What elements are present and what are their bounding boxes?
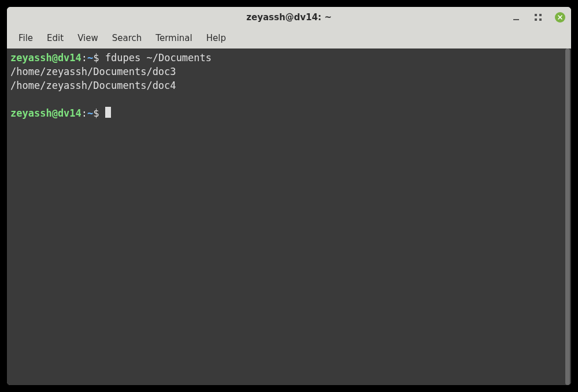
prompt-userhost: zeyassh@dv14 bbox=[10, 107, 81, 119]
minimize-button[interactable] bbox=[511, 12, 521, 23]
terminal-container: zeyassh@dv14:~$ fdupes ~/Documents /home… bbox=[7, 48, 571, 385]
menu-view[interactable]: View bbox=[71, 29, 105, 47]
svg-rect-3 bbox=[535, 18, 537, 21]
window-title: zeyassh@dv14: ~ bbox=[246, 12, 332, 23]
menu-terminal[interactable]: Terminal bbox=[149, 29, 199, 47]
scrollbar[interactable] bbox=[564, 48, 571, 385]
command-1: fdupes ~/Documents bbox=[99, 52, 212, 64]
output-line: /home/zeyassh/Documents/doc3 bbox=[10, 66, 176, 77]
menubar: File Edit View Search Terminal Help bbox=[7, 28, 571, 48]
cursor-icon bbox=[105, 107, 111, 118]
window-controls bbox=[511, 7, 565, 28]
prompt-separator: : bbox=[81, 107, 87, 119]
maximize-button[interactable] bbox=[533, 12, 543, 23]
menu-file[interactable]: File bbox=[12, 29, 40, 47]
menu-help[interactable]: Help bbox=[199, 29, 233, 47]
terminal-output[interactable]: zeyassh@dv14:~$ fdupes ~/Documents /home… bbox=[7, 48, 564, 385]
scrollbar-thumb[interactable] bbox=[565, 48, 570, 385]
command-2 bbox=[99, 107, 105, 119]
maximize-icon bbox=[535, 14, 542, 21]
svg-rect-0 bbox=[513, 19, 519, 20]
menu-edit[interactable]: Edit bbox=[40, 29, 71, 47]
svg-rect-2 bbox=[539, 14, 542, 16]
prompt-separator: : bbox=[81, 52, 87, 64]
svg-rect-4 bbox=[539, 18, 542, 21]
menu-search[interactable]: Search bbox=[105, 29, 149, 47]
terminal-window: zeyassh@dv14: ~ bbox=[7, 7, 571, 385]
output-line: /home/zeyassh/Documents/doc4 bbox=[10, 80, 176, 91]
close-button[interactable] bbox=[555, 12, 565, 23]
prompt-dollar: $ bbox=[93, 107, 99, 119]
prompt-path: ~ bbox=[87, 107, 93, 119]
close-icon bbox=[557, 14, 563, 20]
prompt-userhost: zeyassh@dv14 bbox=[10, 52, 81, 64]
svg-rect-1 bbox=[535, 14, 537, 16]
prompt-path: ~ bbox=[87, 52, 93, 64]
minimize-icon bbox=[513, 14, 520, 21]
prompt-dollar: $ bbox=[93, 52, 99, 64]
titlebar: zeyassh@dv14: ~ bbox=[7, 7, 571, 28]
